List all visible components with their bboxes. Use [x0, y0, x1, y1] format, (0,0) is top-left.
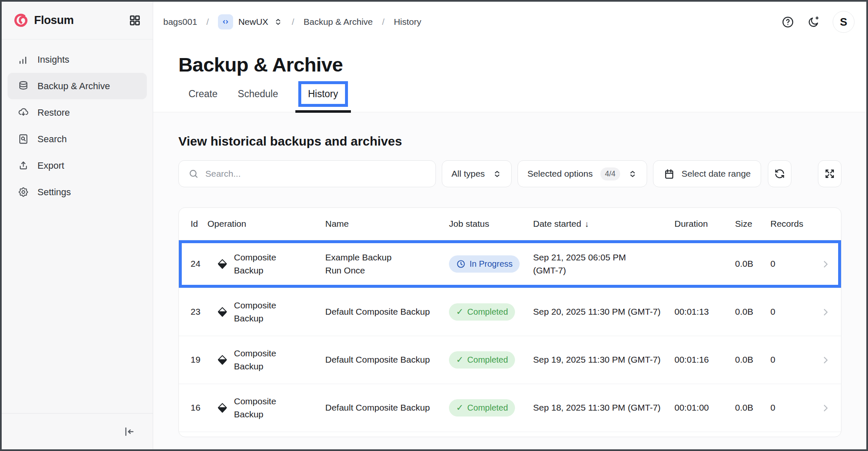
- breadcrumb-separator: /: [207, 17, 209, 27]
- sidebar-item-label: Export: [37, 160, 64, 171]
- page-title: Backup & Archive: [153, 53, 866, 76]
- sidebar-item-label: Search: [37, 134, 67, 145]
- tabs: Create Schedule History: [153, 76, 866, 112]
- table-row[interactable]: 23 Composite Backup Default Composite Ba…: [179, 288, 841, 336]
- sidebar-item-backup-archive[interactable]: Backup & Archive: [8, 73, 147, 99]
- user-avatar[interactable]: S: [833, 11, 855, 33]
- sidebar-item-restore[interactable]: Restore: [8, 99, 147, 126]
- flosum-logo-icon: [13, 13, 29, 28]
- table-header-row: Id Operation Name Job status Date starte…: [179, 208, 841, 240]
- options-filter-dropdown[interactable]: Selected options 4/4: [518, 160, 647, 187]
- table-row[interactable]: 16 Composite Backup Default Composite Ba…: [179, 384, 841, 432]
- operation-label: Composite Backup: [234, 347, 281, 373]
- row-status: ✓ Completed: [449, 351, 533, 369]
- row-records: 0: [770, 305, 817, 318]
- upload-icon: [18, 160, 29, 171]
- chevron-updown-icon: [492, 169, 502, 179]
- code-icon: [218, 14, 233, 29]
- row-size: 0.0B: [735, 353, 770, 366]
- sidebar-item-label: Settings: [37, 187, 71, 198]
- sidebar-item-label: Restore: [37, 107, 70, 118]
- breadcrumb-page[interactable]: History: [394, 17, 421, 27]
- document-search-icon: [18, 133, 29, 145]
- expand-icon: [824, 168, 836, 180]
- tab-schedule[interactable]: Schedule: [238, 88, 278, 100]
- row-status: ✓ In Progress: [449, 255, 533, 273]
- search-input-wrapper: [178, 160, 436, 187]
- status-label: Completed: [467, 402, 508, 414]
- search-input[interactable]: [205, 169, 426, 179]
- check-icon: ✓: [456, 305, 464, 318]
- dark-mode-icon[interactable]: [807, 16, 820, 29]
- app-grid-icon[interactable]: [129, 14, 141, 27]
- row-chevron-right-icon[interactable]: [817, 403, 841, 414]
- clock-icon: [456, 259, 466, 269]
- status-label: Completed: [467, 354, 508, 366]
- column-header-date-started[interactable]: Date started ↓: [533, 219, 674, 229]
- column-header-id[interactable]: Id: [179, 219, 207, 229]
- tab-history[interactable]: History: [298, 81, 348, 107]
- row-size: 0.0B: [735, 305, 770, 318]
- sidebar-item-insights[interactable]: Insights: [8, 46, 147, 73]
- row-duration: 00:01:16: [674, 353, 735, 366]
- refresh-button[interactable]: [768, 160, 791, 187]
- type-filter-dropdown[interactable]: All types: [442, 160, 512, 187]
- sidebar-footer: [2, 413, 153, 449]
- composite-backup-icon: [217, 354, 228, 366]
- row-size: 0.0B: [735, 401, 770, 414]
- row-operation: Composite Backup: [207, 347, 325, 373]
- column-header-records[interactable]: Records: [770, 219, 817, 229]
- column-header-operation[interactable]: Operation: [207, 219, 325, 229]
- breadcrumb-section[interactable]: Backup & Archive: [303, 17, 373, 27]
- date-range-label: Select date range: [682, 169, 751, 179]
- row-chevron-right-icon[interactable]: [817, 307, 841, 318]
- sidebar-item-search[interactable]: Search: [8, 126, 147, 152]
- tab-create[interactable]: Create: [188, 88, 218, 100]
- operation-label: Composite Backup: [234, 395, 281, 421]
- column-header-job-status[interactable]: Job status: [449, 219, 533, 229]
- operation-label: Composite Backup: [234, 299, 281, 325]
- cloud-download-icon: [18, 107, 29, 118]
- sidebar-collapse-icon[interactable]: [122, 425, 135, 438]
- row-id: 16: [179, 401, 207, 414]
- status-label: Completed: [467, 306, 508, 318]
- table-end-divider: [179, 432, 841, 437]
- sidebar-nav: Insights Backup & Archive Restore: [2, 40, 153, 413]
- gear-icon: [18, 186, 29, 198]
- row-operation: Composite Backup: [207, 299, 325, 325]
- sidebar-item-settings[interactable]: Settings: [8, 179, 147, 205]
- chevron-updown-icon: [628, 169, 637, 179]
- row-name: Default Composite Backup: [325, 401, 440, 414]
- fullscreen-button[interactable]: [818, 160, 841, 187]
- row-id: 24: [179, 257, 207, 270]
- chevron-updown-icon: [273, 17, 283, 27]
- sidebar-item-export[interactable]: Export: [8, 152, 147, 179]
- row-status: ✓ Completed: [449, 303, 533, 321]
- date-range-button[interactable]: Select date range: [653, 160, 762, 187]
- row-name: Default Composite Backup: [325, 305, 440, 318]
- row-date-started: Sep 21, 2025 06:05 PM (GMT-7): [533, 251, 656, 277]
- row-chevron-right-icon[interactable]: [817, 259, 841, 270]
- column-header-duration[interactable]: Duration: [674, 219, 735, 229]
- row-id: 19: [179, 353, 207, 366]
- environment-selector[interactable]: NewUX: [218, 14, 282, 29]
- breadcrumb-project[interactable]: bags001: [163, 17, 197, 27]
- check-icon: ✓: [456, 401, 464, 414]
- section-heading: View historical backups and archives: [178, 112, 841, 149]
- type-filter-label: All types: [451, 169, 485, 179]
- row-id: 23: [179, 305, 207, 318]
- check-icon: ✓: [456, 353, 464, 366]
- composite-backup-icon: [217, 402, 228, 414]
- search-icon: [188, 168, 199, 179]
- help-icon[interactable]: [781, 16, 794, 29]
- column-header-name[interactable]: Name: [325, 219, 449, 229]
- main-area: bags001 / NewUX / Backup & Archive / His…: [153, 2, 866, 449]
- status-badge: ✓ Completed: [449, 303, 515, 321]
- column-header-size[interactable]: Size: [735, 219, 770, 229]
- environment-name: NewUX: [238, 17, 268, 27]
- table-row[interactable]: 24 Composite Backup Example Backup Run O…: [179, 240, 841, 288]
- status-label: In Progress: [470, 258, 512, 270]
- row-records: 0: [770, 257, 817, 270]
- row-chevron-right-icon[interactable]: [817, 355, 841, 366]
- table-row[interactable]: 19 Composite Backup Default Composite Ba…: [179, 336, 841, 384]
